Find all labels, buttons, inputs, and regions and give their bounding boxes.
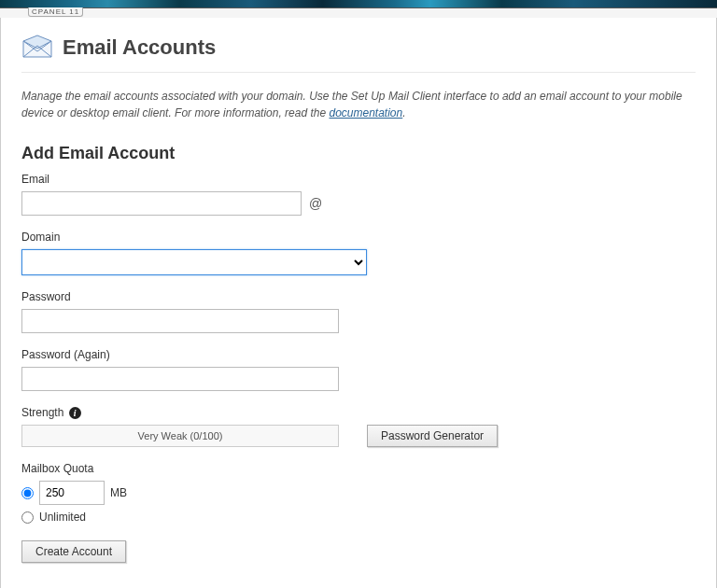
- domain-label: Domain: [21, 231, 696, 244]
- password-field-group: Password: [21, 290, 696, 333]
- strength-label-text: Strength: [21, 406, 63, 419]
- page-description: Manage the email accounts associated wit…: [21, 88, 696, 121]
- strength-field-group: Strength i Very Weak (0/100) Password Ge…: [21, 406, 696, 447]
- email-icon: [21, 35, 53, 61]
- description-tail: .: [402, 106, 405, 119]
- quota-unlimited-radio[interactable]: [21, 511, 34, 524]
- info-icon[interactable]: i: [69, 407, 81, 419]
- main-panel: Email Accounts Manage the email accounts…: [0, 18, 717, 588]
- create-account-button[interactable]: Create Account: [21, 540, 126, 563]
- quota-unit: MB: [110, 486, 127, 499]
- brand-label: CPANEL 11: [28, 7, 83, 17]
- password-input[interactable]: [21, 309, 339, 333]
- page-header: Email Accounts: [21, 35, 696, 73]
- email-field-group: Email @: [21, 173, 696, 216]
- page-title: Email Accounts: [63, 35, 216, 60]
- password-again-label: Password (Again): [21, 348, 696, 361]
- password-generator-button[interactable]: Password Generator: [367, 425, 498, 447]
- at-symbol: @: [309, 196, 322, 211]
- section-title: Add Email Account: [21, 144, 696, 163]
- quota-field-group: Mailbox Quota MB Unlimited: [21, 462, 696, 524]
- decorative-header-strip: [0, 0, 717, 8]
- strength-meter: Very Weak (0/100): [21, 425, 339, 447]
- quota-unlimited-label: Unlimited: [39, 511, 86, 524]
- email-label: Email: [21, 173, 696, 186]
- password-again-input[interactable]: [21, 367, 339, 391]
- strength-label: Strength i: [21, 406, 696, 419]
- email-input[interactable]: [21, 191, 302, 216]
- password-label: Password: [21, 290, 696, 303]
- documentation-link[interactable]: documentation: [329, 106, 402, 119]
- password-again-field-group: Password (Again): [21, 348, 696, 391]
- quota-value-input[interactable]: [39, 481, 105, 505]
- mailbox-quota-label: Mailbox Quota: [21, 462, 696, 475]
- domain-field-group: Domain: [21, 231, 696, 275]
- domain-select[interactable]: [21, 249, 367, 275]
- brand-strip: CPANEL 11: [0, 8, 717, 18]
- quota-fixed-radio[interactable]: [21, 487, 34, 499]
